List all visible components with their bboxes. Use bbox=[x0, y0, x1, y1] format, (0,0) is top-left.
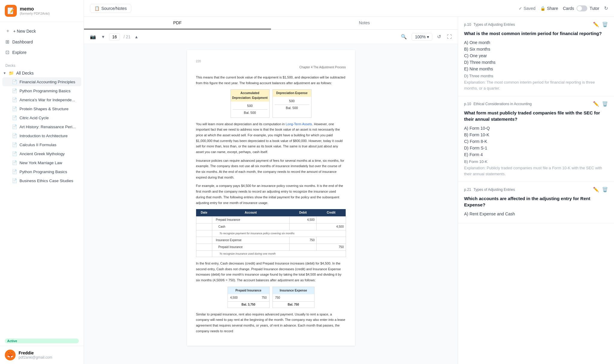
chevron-down-icon[interactable]: ▾ bbox=[101, 33, 106, 41]
journal-date bbox=[196, 244, 212, 250]
tutor-label: Tutor bbox=[590, 6, 599, 11]
deck-item-calculus[interactable]: 📄 Calculus II Formulas bbox=[2, 140, 81, 149]
topbar: 📋 Source/Notes ✓ Saved 🔒 Share Cards Tut… bbox=[84, 0, 614, 17]
deck-item-citric-acid[interactable]: 📄 Citric Acid Cycle bbox=[2, 113, 81, 122]
lock-icon: 🔒 bbox=[540, 6, 545, 11]
deck-item-financial-accounting[interactable]: 📄 Financial Accounting Principles bbox=[2, 77, 81, 86]
sidebar-header: 📝 memo (formerly PDF2Anki) bbox=[0, 0, 84, 22]
zoom-display[interactable]: 100% ▾ bbox=[412, 33, 432, 41]
deck-item-greek-mythology[interactable]: 📄 Ancient Greek Mythology bbox=[2, 149, 81, 158]
share-button[interactable]: 🔒 Share bbox=[540, 6, 558, 11]
t-account-body: 4,500 750 bbox=[228, 294, 269, 301]
journal-date bbox=[196, 230, 212, 237]
card-category-2: Ethical Considerations in Accounting bbox=[473, 102, 532, 106]
deck-item-architecture[interactable]: 📄 Introduction to Architecture bbox=[2, 131, 81, 140]
all-decks-icon: 📁 bbox=[9, 71, 14, 75]
journal-account: Insurance Expense bbox=[212, 237, 289, 244]
document-icon: 📄 bbox=[12, 106, 17, 111]
card-explanation-2: Explanation: Publicly traded companies m… bbox=[464, 165, 608, 177]
fullscreen-icon[interactable]: ⛶ bbox=[446, 33, 453, 41]
explore-nav-item[interactable]: ⊡ Explore bbox=[2, 47, 81, 58]
card-page-1: p.10 bbox=[464, 22, 471, 27]
refresh-icon[interactable]: ↻ bbox=[604, 5, 608, 11]
edit-card-button-1[interactable]: ✏️ bbox=[593, 22, 599, 27]
journal-debit bbox=[289, 223, 316, 230]
t-account-insurance-expense: Insurance Expense 750 Bal. 750 bbox=[273, 287, 314, 308]
topbar-right: ✓ Saved 🔒 Share Cards Tutor ↻ bbox=[519, 5, 608, 11]
user-section: 🦊 Freddie pdf2anki@gmail.com bbox=[0, 346, 84, 364]
deck-item-business-ethics[interactable]: 📄 Business Ethics Case Studies bbox=[2, 176, 81, 185]
deck-item-python-programing[interactable]: 📄 Python Programing Basics bbox=[2, 167, 81, 176]
card-header-3: p.21 Types of Adjusting Entries ✏️ 🗑️ bbox=[464, 187, 608, 192]
pdf-paragraph-5: In the first entry, Cash decreases (cred… bbox=[196, 261, 346, 283]
journal-credit bbox=[317, 217, 346, 223]
tab-pdf[interactable]: PDF bbox=[84, 17, 271, 29]
deck-item-ny-marriage[interactable]: 📄 New York Marriage Law bbox=[2, 158, 81, 167]
deck-label: Ancient Greek Mythology bbox=[19, 152, 65, 156]
card-option-2c: C) Form 8-K bbox=[464, 139, 608, 144]
app-title: memo (formerly PDF2Anki) bbox=[20, 6, 50, 15]
delete-card-button-1[interactable]: 🗑️ bbox=[602, 22, 608, 27]
search-icon[interactable]: 🔍 bbox=[400, 33, 408, 41]
deck-item-python-programming[interactable]: 📄 Python Programming Basics bbox=[2, 86, 81, 95]
t-account-bal: Bal. 500 bbox=[244, 110, 256, 116]
tab-notes[interactable]: Notes bbox=[271, 17, 458, 29]
t-account-title: Insurance Expense bbox=[273, 287, 314, 294]
deck-label: Introduction to Architecture bbox=[19, 134, 68, 138]
chevron-up-icon[interactable]: ▴ bbox=[134, 33, 139, 41]
journal-row: Prepaid Insurance 4,500 bbox=[196, 217, 346, 223]
pdf-toolbar: 📷 ▾ / 21 ▴ 🔍 100% ▾ ↺ ⛶ bbox=[84, 30, 458, 44]
deck-item-art-history[interactable]: 📄 Art History: Renaissance Peri... bbox=[2, 122, 81, 131]
zoom-chevron: ▾ bbox=[427, 34, 429, 39]
edit-card-button-3[interactable]: ✏️ bbox=[593, 187, 599, 192]
document-icon: 📄 bbox=[12, 151, 17, 156]
explore-icon: ⊡ bbox=[5, 49, 9, 55]
delete-card-button-2[interactable]: 🗑️ bbox=[602, 101, 608, 107]
new-deck-button[interactable]: ＋ + New Deck bbox=[2, 25, 81, 37]
new-deck-label: + New Deck bbox=[13, 29, 36, 34]
deck-label: America's War for Independe... bbox=[19, 98, 75, 102]
card-answer-1: D) Three months bbox=[464, 74, 608, 78]
card-question-3: Which accounts are affected in the adjus… bbox=[464, 195, 608, 208]
t-account-balance: Bal. 750 bbox=[273, 301, 314, 308]
cards-toggle-switch[interactable] bbox=[577, 5, 587, 11]
cards-toggle: Cards Tutor bbox=[563, 5, 599, 11]
content-area: PDF Notes 📷 ▾ / 21 ▴ 🔍 100% ▾ ↺ ⛶ bbox=[84, 17, 614, 364]
journal-date bbox=[196, 250, 212, 257]
deck-item-americas-war[interactable]: 📄 America's War for Independe... bbox=[2, 95, 81, 104]
flashcard-1: p.10 Types of Adjusting Entries ✏️ 🗑️ Wh… bbox=[458, 17, 614, 96]
journal-header-debit: Debit bbox=[289, 209, 316, 217]
pdf-content: 220 Chapter 4 The Adjustment Process Thi… bbox=[84, 44, 458, 364]
journal-date bbox=[196, 223, 212, 230]
refresh-pdf-icon[interactable]: ↺ bbox=[436, 33, 442, 41]
t-account-prepaid-insurance: Prepaid Insurance 4,500 750 Bal. 3,750 bbox=[228, 287, 270, 308]
delete-card-button-3[interactable]: 🗑️ bbox=[602, 187, 608, 192]
share-label: Share bbox=[547, 6, 558, 11]
card-question-1: What is the most common interim period f… bbox=[464, 30, 608, 37]
user-name: Freddie bbox=[19, 351, 52, 355]
chevron-down-icon: ▼ bbox=[3, 71, 6, 75]
camera-icon[interactable]: 📷 bbox=[89, 33, 97, 41]
t-account-body: 500 Bal. 500 bbox=[231, 102, 269, 117]
journal-debit: 750 bbox=[289, 237, 316, 244]
document-icon: 📄 bbox=[12, 160, 17, 165]
source-notes-button[interactable]: 📋 Source/Notes bbox=[90, 4, 131, 13]
journal-date bbox=[196, 217, 212, 223]
flashcard-2: p.10 Ethical Considerations in Accountin… bbox=[458, 96, 614, 182]
source-notes-icon: 📋 bbox=[94, 6, 100, 11]
check-icon: ✓ bbox=[519, 6, 522, 11]
all-decks-header[interactable]: ▼ 📁 All Decks bbox=[0, 69, 84, 77]
deck-label: Calculus II Formulas bbox=[19, 143, 56, 147]
edit-card-button-2[interactable]: ✏️ bbox=[593, 101, 599, 107]
deck-item-protein[interactable]: 📄 Protein Shapes & Structure bbox=[2, 104, 81, 113]
page-number-input[interactable] bbox=[109, 33, 120, 40]
topbar-left: 📋 Source/Notes bbox=[90, 4, 131, 13]
journal-account: Cash bbox=[212, 223, 289, 230]
card-option-1b: B) Six months bbox=[464, 47, 608, 52]
long-term-assets-link[interactable]: Long-Term Assets bbox=[286, 122, 312, 126]
saved-indicator: ✓ Saved bbox=[519, 6, 535, 11]
t-account-left: 4,500 bbox=[230, 295, 238, 300]
journal-credit: 750 bbox=[317, 244, 346, 250]
dashboard-nav-item[interactable]: ⊞ Dashboard bbox=[2, 37, 81, 47]
t-account-value: 500 bbox=[247, 103, 252, 109]
